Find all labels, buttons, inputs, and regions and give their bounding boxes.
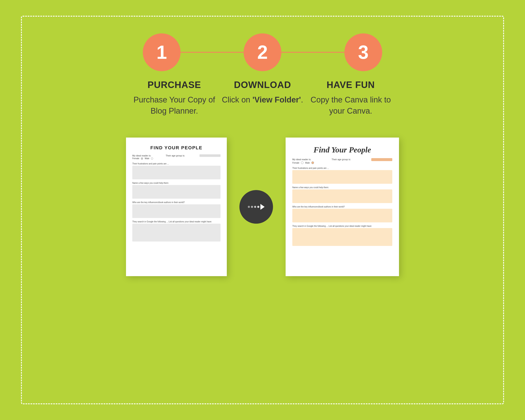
ws-canva-box3 (292, 209, 392, 222)
step-3-info: HAVE FUN Copy the Canva link to your Can… (307, 80, 395, 117)
ws-plain-label3: Who are the key influencers/book authors… (132, 201, 221, 204)
step-3-desc: Copy the Canva link to your Canva. (307, 94, 395, 117)
ws-plain-radio2 (151, 158, 153, 160)
worksheet-canva: Find Your People My ideal reader is: The… (286, 138, 399, 276)
step-line-1 (181, 52, 244, 53)
ws-canva-radio2 (311, 161, 314, 164)
ws-plain-box2 (132, 185, 221, 199)
ws-canva-box4 (292, 228, 392, 246)
step-2-circle: 2 (244, 33, 281, 71)
ws-canva-label1: Their frustrations and pain points are .… (292, 167, 392, 169)
ws-canva-box2 (292, 189, 392, 203)
ws-canva-radio2-label: Male (305, 162, 310, 164)
ws-plain-box1 (132, 166, 221, 179)
ws-plain-age-bar (199, 154, 221, 157)
step-2-title: DOWNLOAD (218, 80, 307, 90)
ws-canva-field-right: Their age group is: (332, 158, 351, 161)
ws-plain-field-row-1: My ideal reader is: Their age group is: (132, 154, 221, 157)
ws-canva-radio-row: Female Male (292, 161, 392, 164)
ws-plain-box4 (132, 224, 221, 242)
svg-point-0 (248, 206, 250, 208)
ws-plain-radio1 (141, 158, 143, 160)
svg-point-3 (257, 206, 259, 208)
worksheet-plain: FIND YOUR PEOPLE My ideal reader is: The… (126, 138, 227, 276)
svg-point-2 (254, 206, 256, 208)
step-2-desc-bold: 'View Folder' (253, 95, 301, 104)
step-line-2 (281, 52, 344, 53)
ws-canva-label4: They search in Google the following ... … (292, 225, 392, 227)
step-1-title: PURCHASE (130, 80, 218, 90)
step-3-number: 3 (358, 42, 369, 63)
ws-plain-radio1-label: Female (132, 157, 139, 160)
ws-canva-field-left: My ideal reader is: (292, 158, 311, 161)
ws-plain-box3 (132, 204, 221, 218)
step-2-desc-end: . (301, 95, 303, 104)
step-2-desc: Click on 'View Folder'. (218, 94, 307, 105)
step-1-circle: 1 (143, 33, 181, 71)
steps-labels-row: PURCHASE Purchase Your Copy of Blog Plan… (115, 80, 410, 117)
svg-marker-5 (260, 204, 265, 210)
ws-plain-radio2-label: Male (145, 157, 149, 160)
ws-canva-radio1 (301, 161, 303, 164)
ws-canva-box1 (292, 170, 392, 184)
ws-plain-radio-row: Female Male (132, 157, 221, 160)
ws-canva-age-bar (371, 158, 392, 161)
ws-plain-field-right: Their age group is: (166, 154, 185, 157)
step-2-desc-plain: Click on (222, 95, 253, 104)
steps-section: 1 2 3 PURCHASE Purchase Your Copy of Blo… (34, 33, 491, 117)
main-container: 1 2 3 PURCHASE Purchase Your Copy of Blo… (21, 16, 504, 404)
ws-canva-radio1-label: Female (292, 162, 299, 164)
ws-canva-label2: Name a few ways you could help them: (292, 186, 392, 189)
ws-plain-label4: They search in Google the following ... … (132, 221, 221, 223)
ws-plain-title: FIND YOUR PEOPLE (132, 145, 221, 150)
ws-plain-label2: Name a few ways you could help them: (132, 182, 221, 184)
ws-canva-label3: Who are the key influencers/book authors… (292, 205, 392, 208)
ws-canva-title: Find Your People (292, 145, 392, 154)
arrow-icon (247, 201, 266, 213)
step-2-info: DOWNLOAD Click on 'View Folder'. (218, 80, 307, 117)
arrow-circle (239, 190, 273, 224)
step-2-number: 2 (257, 42, 268, 63)
ws-plain-field-left: My ideal reader is: (132, 154, 151, 157)
step-1-desc: Purchase Your Copy of Blog Planner. (130, 94, 218, 117)
steps-circles-row: 1 2 3 (115, 33, 410, 71)
ws-plain-label1: Their frustrations and pain points are .… (132, 163, 221, 165)
step-1-info: PURCHASE Purchase Your Copy of Blog Plan… (130, 80, 218, 117)
ws-canva-field-row-1: My ideal reader is: Their age group is: (292, 158, 392, 161)
preview-section: FIND YOUR PEOPLE My ideal reader is: The… (126, 138, 399, 276)
step-1-number: 1 (156, 42, 167, 63)
step-3-title: HAVE FUN (307, 80, 395, 90)
step-3-circle: 3 (344, 33, 382, 71)
svg-point-1 (251, 206, 253, 208)
